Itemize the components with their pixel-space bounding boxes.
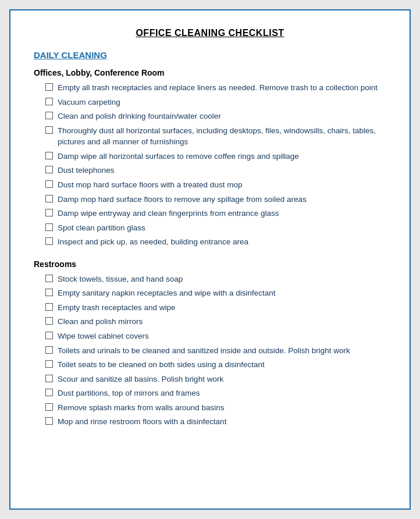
restrooms-checklist: Stock towels, tissue, and hand soap Empt… — [45, 273, 386, 428]
item-text: Empty all trash receptacles and replace … — [58, 82, 386, 94]
offices-lobby-title: Offices, Lobby, Conference Room — [34, 68, 386, 77]
list-item: Spot clean partition glass — [45, 222, 386, 234]
list-item: Toilets and urinals to be cleaned and sa… — [45, 345, 386, 357]
list-item: Mop and rinse restroom floors with a dis… — [45, 416, 386, 428]
checkbox[interactable] — [45, 289, 53, 296]
checkbox[interactable] — [45, 417, 53, 425]
item-text: Vacuum carpeting — [58, 97, 386, 108]
daily-cleaning-link[interactable]: DAILY CLEANING — [34, 50, 386, 60]
daily-cleaning-section: DAILY CLEANING Offices, Lobby, Conferenc… — [34, 50, 386, 428]
list-item: Dust mop hard surface floors with a trea… — [45, 179, 386, 191]
item-text: Dust mop hard surface floors with a trea… — [58, 179, 386, 191]
checkbox[interactable] — [45, 180, 53, 188]
item-text: Scour and sanitize all basins. Polish br… — [58, 374, 386, 385]
item-text: Toilet seats to be cleaned on both sides… — [58, 359, 386, 371]
item-text: Damp wipe entryway and clean fingerprint… — [58, 208, 386, 219]
offices-lobby-subsection: Offices, Lobby, Conference Room Empty al… — [34, 68, 386, 248]
list-item: Clean and polish mirrors — [45, 316, 386, 328]
checkbox[interactable] — [45, 360, 53, 368]
checkbox[interactable] — [45, 389, 53, 396]
checkbox[interactable] — [45, 317, 53, 325]
list-item: Damp wipe all horizontal surfaces to rem… — [45, 151, 386, 162]
list-item: Toilet seats to be cleaned on both sides… — [45, 359, 386, 371]
item-text: Damp mop hard surface floors to remove a… — [58, 194, 386, 205]
list-item: Damp mop hard surface floors to remove a… — [45, 194, 386, 205]
checkbox[interactable] — [45, 83, 53, 91]
list-item: Thoroughly dust all horizontal surfaces,… — [45, 125, 386, 148]
list-item: Inspect and pick up, as needed, building… — [45, 236, 386, 248]
item-text: Empty sanitary napkin receptacles and wi… — [58, 287, 386, 299]
offices-lobby-checklist: Empty all trash receptacles and replace … — [45, 82, 386, 248]
restrooms-title: Restrooms — [34, 260, 386, 269]
checkbox[interactable] — [45, 152, 53, 159]
item-text: Damp wipe all horizontal surfaces to rem… — [58, 151, 386, 162]
list-item: Dust telephones — [45, 165, 386, 176]
item-text: Toilets and urinals to be cleaned and sa… — [58, 345, 386, 357]
checkbox[interactable] — [45, 303, 53, 311]
checkbox[interactable] — [45, 166, 53, 173]
checkbox[interactable] — [45, 346, 53, 354]
checkbox[interactable] — [45, 126, 53, 134]
checkbox[interactable] — [45, 403, 53, 411]
checkbox[interactable] — [45, 98, 53, 105]
item-text: Empty trash receptacles and wipe — [58, 302, 386, 314]
list-item: Wipe towel cabinet covers — [45, 330, 386, 342]
item-text: Dust partitions, top of mirrors and fram… — [58, 388, 386, 399]
checkbox[interactable] — [45, 375, 53, 382]
list-item: Remove splash marks from walls around ba… — [45, 402, 386, 414]
item-text: Remove splash marks from walls around ba… — [58, 402, 386, 414]
checkbox[interactable] — [45, 195, 53, 202]
checkbox[interactable] — [45, 275, 53, 282]
item-text: Spot clean partition glass — [58, 222, 386, 234]
item-text: Mop and rinse restroom floors with a dis… — [58, 416, 386, 428]
checkbox[interactable] — [45, 237, 53, 245]
page-title: OFFICE CLEANING CHECKLIST — [34, 28, 386, 38]
item-text: Thoroughly dust all horizontal surfaces,… — [58, 125, 386, 148]
item-text: Dust telephones — [58, 165, 386, 176]
list-item: Empty all trash receptacles and replace … — [45, 82, 386, 94]
checkbox[interactable] — [45, 223, 53, 231]
checkbox[interactable] — [45, 209, 53, 216]
item-text: Wipe towel cabinet covers — [58, 330, 386, 342]
checkbox[interactable] — [45, 112, 53, 119]
list-item: Damp wipe entryway and clean fingerprint… — [45, 208, 386, 219]
list-item: Scour and sanitize all basins. Polish br… — [45, 374, 386, 385]
list-item: Empty sanitary napkin receptacles and wi… — [45, 287, 386, 299]
checkbox[interactable] — [45, 332, 53, 339]
page-container: OFFICE CLEANING CHECKLIST DAILY CLEANING… — [9, 9, 411, 510]
item-text: Stock towels, tissue, and hand soap — [58, 273, 386, 285]
item-text: Clean and polish drinking fountain/water… — [58, 111, 386, 122]
item-text: Clean and polish mirrors — [58, 316, 386, 328]
restrooms-subsection: Restrooms Stock towels, tissue, and hand… — [34, 260, 386, 428]
item-text: Inspect and pick up, as needed, building… — [58, 236, 386, 248]
list-item: Vacuum carpeting — [45, 97, 386, 108]
list-item: Dust partitions, top of mirrors and fram… — [45, 388, 386, 399]
list-item: Empty trash receptacles and wipe — [45, 302, 386, 314]
list-item: Stock towels, tissue, and hand soap — [45, 273, 386, 285]
list-item: Clean and polish drinking fountain/water… — [45, 111, 386, 122]
